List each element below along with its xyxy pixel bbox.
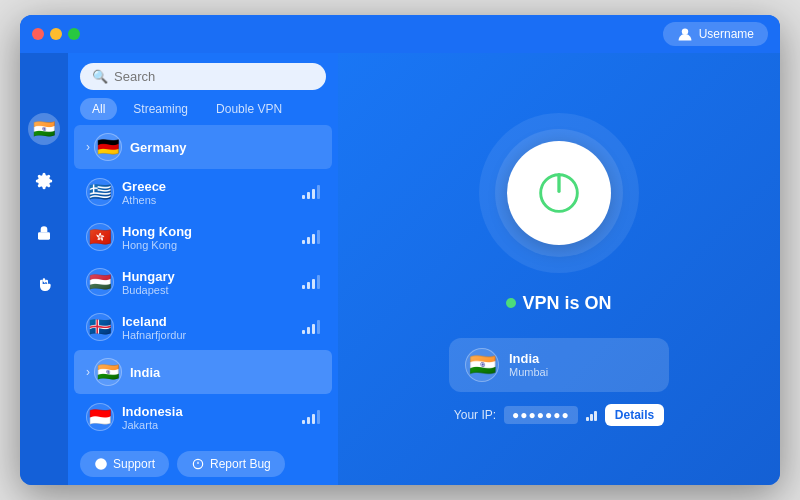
flag-hong-kong: 🇭🇰 [86,223,114,251]
flag-indonesia: 🇮🇩 [86,403,114,431]
server-name: Hungary [122,269,302,284]
server-item-greece[interactable]: 🇬🇷 Greece Athens [74,170,332,214]
user-button[interactable]: Username [663,22,768,46]
location-card: 🇮🇳 India Mumbai [449,338,669,392]
bar3 [312,279,315,289]
flag-greece: 🇬🇷 [86,178,114,206]
server-city: Hafnarfjordur [122,329,302,341]
flag-iceland: 🇮🇸 [86,313,114,341]
chevron-icon: › [86,140,90,154]
location-city: Mumbai [509,366,548,378]
bar3 [312,189,315,199]
bar4 [317,410,320,424]
tab-double-vpn[interactable]: Double VPN [204,98,294,120]
details-button[interactable]: Details [605,404,664,426]
bar2 [307,237,310,244]
filter-tabs: All Streaming Double VPN [68,98,338,120]
server-city: Athens [122,194,302,206]
user-label: Username [699,27,754,41]
server-name: Greece [122,179,302,194]
signal-bars [302,230,320,244]
search-bar[interactable]: 🔍 [80,63,326,90]
bug-icon [191,457,205,471]
bar1 [302,330,305,334]
signal-bars-ip [586,409,597,421]
signal-bars [302,185,320,199]
location-info: India Mumbai [509,351,548,378]
server-info-india: India [130,365,320,380]
traffic-lights [32,28,80,40]
server-item-indonesia[interactable]: 🇮🇩 Indonesia Jakarta [74,395,332,439]
location-name: India [509,351,548,366]
flag-germany: 🇩🇪 [94,133,122,161]
support-label: Support [113,457,155,471]
signal-bars [302,410,320,424]
ip-label: Your IP: [454,408,496,422]
server-item-hungary[interactable]: 🇭🇺 Hungary Budapest [74,260,332,304]
bar2 [307,282,310,289]
sidebar-icons: 🇮🇳 [20,53,68,485]
inner-circle [507,141,611,245]
server-info-iceland: Iceland Hafnarfjordur [122,314,302,341]
bar1 [302,285,305,289]
bar3 [312,414,315,424]
server-list: › 🇩🇪 Germany 🇬🇷 Greece Athens [68,124,338,443]
server-item-germany[interactable]: › 🇩🇪 Germany [74,125,332,169]
bottom-bar: Support Report Bug [68,443,338,485]
bar2 [307,192,310,199]
server-info-hungary: Hungary Budapest [122,269,302,296]
titlebar: Username [20,15,780,53]
sidebar-icon-flag[interactable]: 🇮🇳 [28,113,60,145]
flag-current: 🇮🇳 [465,348,499,382]
server-panel: 🔍 All Streaming Double VPN › 🇩🇪 Germany [68,53,338,485]
server-item-hong-kong[interactable]: 🇭🇰 Hong Kong Hong Kong [74,215,332,259]
server-city: Hong Kong [122,239,302,251]
server-info-hong-kong: Hong Kong Hong Kong [122,224,302,251]
sidebar-icon-settings[interactable] [28,165,60,197]
bar2 [590,414,593,421]
sidebar-icon-hand[interactable] [28,269,60,301]
server-name: India [130,365,320,380]
server-name: Hong Kong [122,224,302,239]
server-item-india[interactable]: › 🇮🇳 India [74,350,332,394]
server-name: Indonesia [122,404,302,419]
bar3 [594,411,597,421]
close-button[interactable] [32,28,44,40]
signal-bars [302,275,320,289]
right-panel: VPN is ON 🇮🇳 India Mumbai Your IP: ●●●●●… [338,53,780,485]
signal-bars [302,320,320,334]
support-button[interactable]: Support [80,451,169,477]
tab-all[interactable]: All [80,98,117,120]
bar4 [317,275,320,289]
server-info-indonesia: Indonesia Jakarta [122,404,302,431]
tab-streaming[interactable]: Streaming [121,98,200,120]
server-item-iceland[interactable]: 🇮🇸 Iceland Hafnarfjordur [74,305,332,349]
server-info-germany: Germany [130,140,320,155]
vpn-status: VPN is ON [506,293,611,314]
report-bug-button[interactable]: Report Bug [177,451,285,477]
ip-value: ●●●●●●● [504,406,578,424]
chevron-icon: › [86,365,90,379]
ip-row: Your IP: ●●●●●●● Details [454,404,664,426]
sidebar-icon-lock[interactable] [28,217,60,249]
server-city: Budapest [122,284,302,296]
bar3 [312,234,315,244]
bar2 [307,327,310,334]
search-input[interactable] [114,69,314,84]
power-container[interactable] [479,113,639,273]
vpn-status-text: VPN is ON [522,293,611,314]
power-icon [534,168,584,218]
report-bug-label: Report Bug [210,457,271,471]
main-content: 🇮🇳 🔍 [20,53,780,485]
server-name: Germany [130,140,320,155]
support-icon [94,457,108,471]
minimize-button[interactable] [50,28,62,40]
server-city: Jakarta [122,419,302,431]
app-window: Username 🇮🇳 [20,15,780,485]
bar1 [302,420,305,424]
maximize-button[interactable] [68,28,80,40]
bar3 [312,324,315,334]
bar1 [302,240,305,244]
bar2 [307,417,310,424]
bar1 [302,195,305,199]
